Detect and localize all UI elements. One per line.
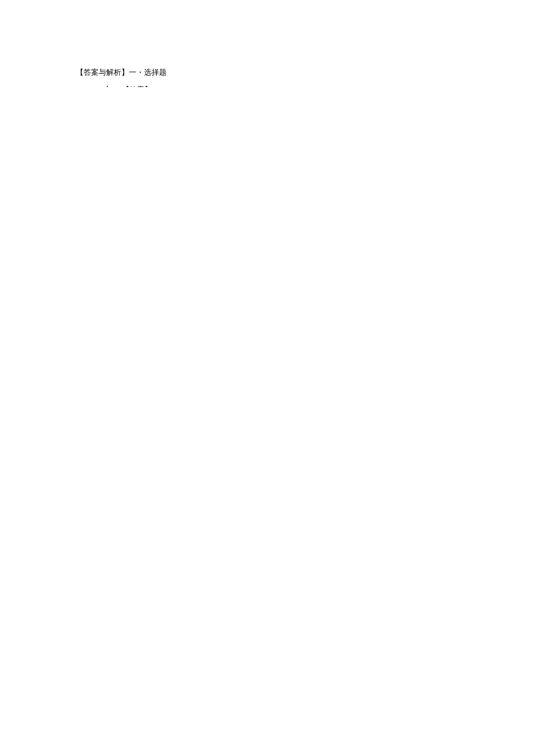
section-header: 【答案与解析】一・选择题 (76, 66, 167, 79)
q1-answer: 【答案】C (122, 83, 157, 87)
q1-num: 1. (106, 81, 111, 87)
